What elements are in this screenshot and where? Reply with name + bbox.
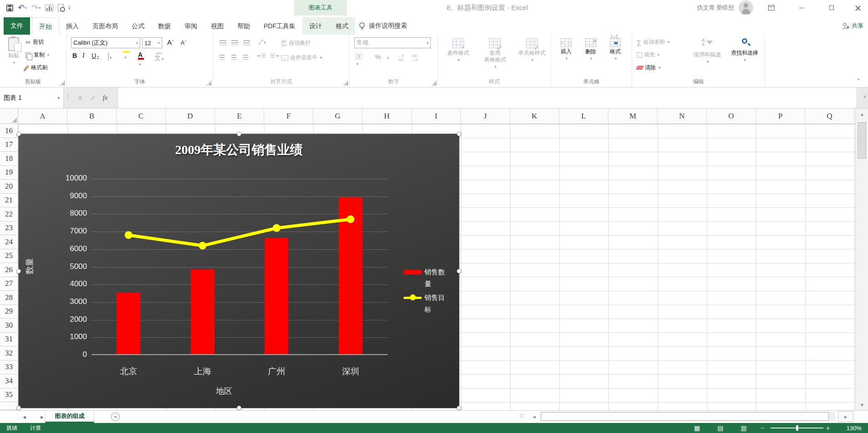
maximize-button[interactable]: [822, 0, 842, 15]
formula-input[interactable]: [117, 88, 856, 108]
bold-button[interactable]: B: [71, 52, 78, 59]
y-axis-title[interactable]: 数量: [24, 253, 35, 280]
hscroll-splitter[interactable]: ⁞⁞: [520, 413, 524, 418]
data-point-上海[interactable]: [199, 242, 206, 250]
undo-dropdown-icon[interactable]: ▾: [25, 6, 27, 10]
tab-开始[interactable]: 开始: [32, 17, 59, 35]
tab-插入[interactable]: 插入: [59, 17, 86, 35]
column-header-B[interactable]: B: [67, 108, 117, 124]
chart-tool-button[interactable]: [45, 5, 53, 11]
italic-button[interactable]: I: [81, 52, 86, 59]
legend-item-sales[interactable]: 销售数量: [403, 266, 447, 290]
insert-cells-button[interactable]: ← 插入: [556, 38, 577, 61]
customize-qat-button[interactable]: ▾: [68, 6, 71, 10]
chart-handle-top-right[interactable]: [457, 132, 461, 136]
format-as-table-button[interactable]: 🖉 套用 表格格式: [477, 38, 513, 69]
column-header-O[interactable]: O: [707, 108, 756, 124]
column-header-K[interactable]: K: [510, 108, 559, 124]
horizontal-scroll-thumb[interactable]: [541, 412, 829, 421]
chart-handle-top-mid[interactable]: [237, 132, 241, 136]
number-dialog-launcher[interactable]: [432, 81, 436, 85]
row-header-34[interactable]: 34: [0, 374, 18, 388]
row-header-23[interactable]: 23: [0, 222, 18, 236]
vertical-scrollbar[interactable]: ▲ ▼: [855, 108, 868, 410]
increase-font-button[interactable]: A˄: [166, 38, 175, 46]
zoom-slider[interactable]: [771, 428, 823, 428]
normal-view-icon[interactable]: ▦: [694, 424, 700, 432]
prev-sheet-icon[interactable]: ◄: [22, 414, 27, 420]
increase-decimal-button[interactable]: ←.0 .00: [397, 54, 404, 62]
row-header-30[interactable]: 30: [0, 319, 18, 333]
tab-审阅[interactable]: 审阅: [178, 17, 204, 35]
chart-handle-bottom-mid[interactable]: [237, 406, 241, 410]
row-header-25[interactable]: 25: [0, 249, 18, 263]
row-header-16[interactable]: 16: [0, 124, 18, 138]
copy-button[interactable]: 复制: [26, 51, 49, 59]
merge-center-button[interactable]: ↔合并后居中: [281, 54, 322, 62]
cancel-formula-button[interactable]: ✕: [77, 94, 83, 102]
format-painter-button[interactable]: 格式刷: [26, 64, 47, 72]
row-header-22[interactable]: 22: [0, 207, 18, 222]
fill-color-button[interactable]: [122, 52, 131, 60]
row-header-partial[interactable]: [0, 402, 18, 410]
tell-me-search[interactable]: 操作说明搜索: [359, 17, 407, 35]
row-header-27[interactable]: 27: [0, 277, 18, 291]
enter-formula-button[interactable]: ✓: [90, 94, 96, 102]
column-header-H[interactable]: H: [363, 108, 412, 124]
align-center-icon[interactable]: [231, 55, 236, 60]
scroll-down-icon[interactable]: ▼: [856, 399, 868, 410]
tab-设计[interactable]: 设计: [302, 17, 329, 35]
data-point-北京[interactable]: [125, 231, 133, 239]
font-color-button[interactable]: A: [137, 51, 145, 67]
horizontal-scrollbar[interactable]: [540, 412, 835, 422]
decrease-indent-icon[interactable]: ⇤☰: [256, 53, 267, 59]
sheet-tab-active[interactable]: 图表的组成: [45, 411, 94, 423]
row-header-17[interactable]: 17: [0, 138, 18, 152]
tab-帮助[interactable]: 帮助: [230, 17, 257, 35]
comma-button[interactable]: ,: [385, 51, 390, 60]
tab-PDF工具集[interactable]: PDF工具集: [257, 17, 302, 35]
collapse-ribbon-button[interactable]: ⌃: [856, 78, 861, 84]
chart-handle-top-left[interactable]: [16, 132, 21, 136]
font-size-combo[interactable]: 12: [142, 37, 162, 48]
line-series-target[interactable]: [92, 179, 388, 355]
cut-button[interactable]: ✂剪切: [26, 38, 44, 46]
clear-button[interactable]: 清除: [637, 64, 660, 72]
row-header-18[interactable]: 18: [0, 152, 18, 166]
column-header-E[interactable]: E: [215, 108, 264, 124]
zoom-level[interactable]: 130%: [847, 423, 862, 433]
next-sheet-icon[interactable]: ►: [40, 414, 45, 420]
chart-object[interactable]: 2009年某公司销售业绩 数量 地区 销售数量 销售目标: [18, 134, 460, 408]
column-header-M[interactable]: M: [608, 108, 658, 124]
chart-handle-mid-left[interactable]: [16, 269, 21, 273]
column-header-F[interactable]: F: [264, 108, 313, 124]
row-header-28[interactable]: 28: [0, 291, 18, 305]
zoom-slider-thumb[interactable]: [796, 425, 798, 431]
column-header-C[interactable]: C: [117, 108, 166, 124]
scroll-up-icon[interactable]: ▲: [856, 108, 868, 119]
minimize-button[interactable]: [791, 0, 812, 15]
clipboard-dialog-launcher[interactable]: [60, 81, 65, 85]
chart-handle-bottom-right[interactable]: [457, 406, 461, 410]
chart-handle-mid-right[interactable]: [457, 269, 461, 273]
status-calculate[interactable]: 计算: [30, 424, 41, 432]
account-name[interactable]: 伪文青 爱瞎想: [697, 0, 734, 15]
print-preview-button[interactable]: [58, 4, 64, 11]
avatar[interactable]: [739, 0, 753, 15]
paste-button[interactable]: 粘贴: [4, 37, 24, 65]
sort-filter-button[interactable]: AZ 排序和筛选: [689, 38, 725, 64]
cell-styles-button[interactable]: 🖉 单元格样式: [515, 38, 549, 62]
add-sheet-button[interactable]: +: [111, 412, 120, 421]
chart-legend[interactable]: 销售数量 销售目标: [403, 266, 447, 317]
align-top-icon[interactable]: [220, 40, 226, 45]
row-header-35[interactable]: 35: [0, 388, 18, 402]
row-header-26[interactable]: 26: [0, 263, 18, 277]
vertical-scroll-thumb[interactable]: [858, 122, 866, 159]
tab-数据[interactable]: 数据: [151, 17, 178, 35]
font-dialog-launcher[interactable]: [207, 81, 211, 85]
fill-button[interactable]: ↓填充: [637, 51, 659, 59]
column-header-L[interactable]: L: [559, 108, 608, 124]
page-layout-view-icon[interactable]: ▤: [717, 424, 723, 432]
align-right-icon[interactable]: [243, 55, 248, 60]
phonetic-button[interactable]: wén文: [153, 52, 165, 62]
